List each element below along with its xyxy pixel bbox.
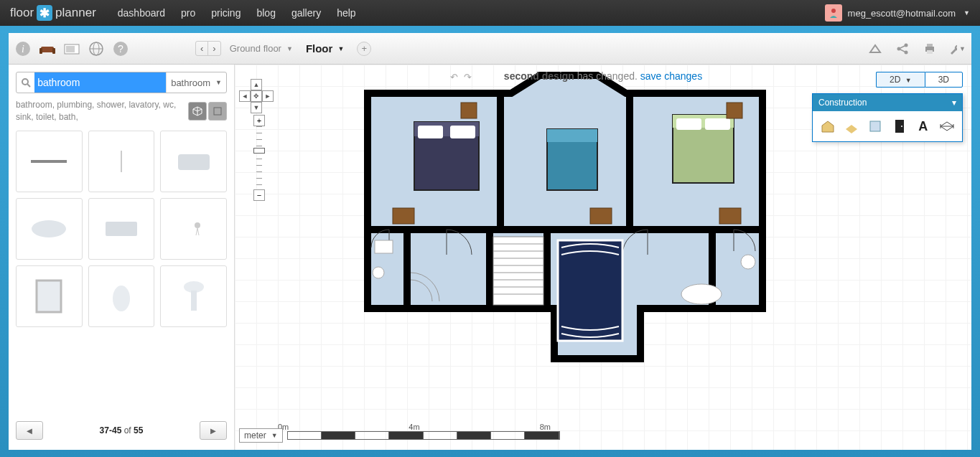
view-switch: 2D ▼ 3D — [876, 72, 963, 88]
svg-rect-20 — [927, 50, 933, 54]
print-icon[interactable] — [921, 40, 938, 57]
library-item-faucet[interactable] — [88, 131, 155, 192]
pan-center-button[interactable]: ✥ — [251, 90, 262, 102]
floorplan-drawing[interactable] — [360, 72, 770, 366]
help-icon[interactable]: ? — [112, 40, 129, 57]
redo-icon[interactable]: ↷ — [464, 72, 472, 83]
library-item-tub-oval[interactable] — [16, 198, 83, 260]
view-3d-button[interactable]: 3D — [925, 72, 963, 88]
svg-rect-56 — [393, 208, 414, 224]
wrench-icon[interactable]: ▼ — [948, 40, 966, 57]
svg-point-14 — [905, 43, 908, 47]
svg-rect-80 — [895, 120, 904, 133]
library-item-sink-pedestal[interactable] — [160, 265, 227, 327]
pan-up-button[interactable]: ▲ — [251, 79, 262, 90]
tool-room-icon[interactable] — [818, 117, 837, 136]
globe-icon[interactable] — [88, 40, 105, 57]
user-menu[interactable]: meg_escott@hotmail.com ▼ — [825, 4, 970, 22]
zoom-thumb[interactable] — [253, 148, 265, 154]
page-prev-button[interactable]: ◄ — [16, 421, 43, 440]
page-next-button[interactable]: ► — [200, 421, 227, 440]
search-input[interactable] — [34, 72, 166, 93]
nav-help[interactable]: help — [337, 7, 355, 19]
library-item-mirror[interactable] — [16, 265, 83, 327]
svg-line-17 — [900, 50, 905, 52]
search-icon — [17, 72, 34, 93]
view-2d-icon[interactable] — [208, 102, 227, 121]
svg-rect-19 — [927, 44, 933, 47]
zoom-out-button[interactable]: − — [253, 189, 265, 201]
svg-point-0 — [831, 9, 836, 13]
tool-door-icon[interactable] — [890, 117, 909, 136]
svg-line-30 — [196, 228, 197, 235]
view-3d-icon[interactable] — [188, 102, 207, 121]
svg-rect-51 — [547, 129, 597, 142]
bed-center[interactable] — [547, 129, 597, 190]
nav-back-icon[interactable]: ‹ — [196, 42, 208, 55]
library-item-urinal[interactable] — [88, 265, 155, 327]
floor-select-parent[interactable]: Ground floor ▼ — [230, 43, 293, 54]
stairs[interactable] — [493, 237, 543, 305]
bed-right[interactable] — [673, 115, 734, 183]
svg-rect-60 — [727, 103, 742, 118]
svg-line-31 — [197, 228, 199, 235]
tool-text-icon[interactable]: A — [914, 117, 933, 136]
tool-surface-icon[interactable] — [866, 117, 885, 136]
export-icon[interactable] — [867, 40, 884, 57]
ruler: meter ▼ — [239, 428, 560, 443]
floor-select-current[interactable]: Floor ▼ — [306, 42, 344, 55]
photo-icon[interactable] — [63, 40, 80, 57]
svg-rect-55 — [705, 118, 730, 130]
undo-icon[interactable]: ↶ — [450, 72, 458, 83]
collapse-icon[interactable]: ▾ — [952, 98, 956, 108]
nav-forward-icon[interactable]: › — [208, 42, 220, 55]
share-icon[interactable] — [894, 40, 911, 57]
svg-rect-28 — [106, 222, 137, 236]
svg-point-27 — [32, 220, 66, 237]
tool-wall-icon[interactable] — [842, 117, 861, 136]
library-item-shower-head[interactable] — [160, 198, 227, 260]
zoom-slider: + − — [253, 115, 265, 201]
page-info: 37-45 of 55 — [100, 425, 144, 435]
library-item-bathtub[interactable] — [160, 131, 227, 192]
svg-rect-23 — [214, 108, 221, 115]
svg-rect-65 — [558, 240, 622, 341]
nav-blog[interactable]: blog — [256, 7, 275, 19]
svg-point-75 — [681, 284, 722, 304]
pan-left-button[interactable]: ◄ — [239, 90, 251, 102]
canvas[interactable]: ↶ ↷ second design has changed. save chan… — [235, 65, 971, 450]
info-icon[interactable]: i — [14, 40, 32, 57]
svg-line-22 — [27, 84, 30, 87]
library-item-drain[interactable] — [16, 131, 83, 192]
svg-rect-35 — [191, 291, 197, 311]
chevron-down-icon: ▼ — [215, 79, 222, 86]
nav-dashboard[interactable]: dashboard — [118, 7, 165, 19]
filter-dropdown[interactable]: bathroom ▼ — [166, 72, 226, 93]
library-item-tub-rect[interactable] — [88, 198, 155, 260]
pan-right-button[interactable]: ► — [262, 90, 274, 102]
zoom-track[interactable] — [256, 126, 262, 189]
library-grid — [16, 131, 227, 413]
nav-pricing[interactable]: pricing — [211, 7, 241, 19]
svg-rect-7 — [66, 46, 75, 52]
view-2d-button[interactable]: 2D ▼ — [876, 72, 925, 88]
nav-pro[interactable]: pro — [181, 7, 195, 19]
brand-logo[interactable]: floor ✱ planner — [10, 5, 96, 21]
bed-left[interactable] — [414, 122, 479, 190]
save-notice: second design has changed. save changes — [504, 70, 702, 82]
svg-rect-24 — [31, 160, 67, 163]
library-sidebar: bathroom ▼ bathroom, plumbing, shower, l… — [9, 65, 235, 450]
unit-select[interactable]: meter ▼ — [239, 428, 283, 443]
svg-rect-3 — [41, 47, 54, 52]
construction-panel: Construction ▾ A — [812, 93, 963, 142]
user-email: meg_escott@hotmail.com — [848, 8, 956, 19]
zoom-in-button[interactable]: + — [253, 115, 265, 126]
add-floor-button[interactable]: + — [357, 42, 371, 56]
svg-point-21 — [22, 79, 28, 85]
save-changes-link[interactable]: save changes — [640, 70, 702, 82]
pan-down-button[interactable]: ▼ — [251, 102, 262, 113]
nav-gallery[interactable]: gallery — [291, 7, 321, 19]
tool-dimension-icon[interactable] — [938, 117, 956, 136]
sofa-icon[interactable] — [39, 40, 56, 57]
svg-rect-4 — [39, 48, 42, 54]
